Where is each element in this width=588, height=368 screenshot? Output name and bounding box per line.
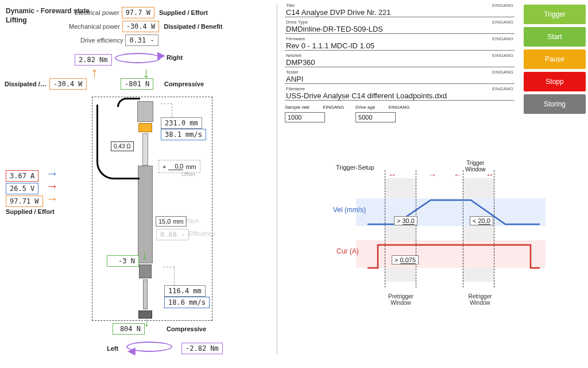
offset-label: Offset xyxy=(181,171,195,177)
arrow-up-orange: ↑ xyxy=(91,69,98,76)
tester-label: Tester xyxy=(286,70,513,75)
dissipated-label: Dissipated /… xyxy=(5,80,47,87)
type-value[interactable]: DMDinline-DR-TED-509-LDS xyxy=(286,25,513,33)
form-row-title[interactable]: Titel EINGANG C14 Analyse DVP Drive Nr. … xyxy=(285,2,514,17)
dir-left: Left xyxy=(107,345,118,352)
dir-right: Right xyxy=(167,54,183,61)
tester-tag: EINGANG xyxy=(492,70,513,75)
actuator-segment xyxy=(139,264,152,278)
force-top: -801 N xyxy=(121,78,153,90)
arrow-force-mid: ↓ xyxy=(141,252,148,259)
button-column: Trigger Start Pause Stopp Storing xyxy=(524,5,586,117)
form-row-type[interactable]: Drive Type EINGANG DMDinline-DR-TED-509-… xyxy=(285,19,514,34)
file-label: Filename xyxy=(286,86,513,91)
elec-power-desc: Supplied / Effort xyxy=(159,9,208,16)
actuator-rod-upper xyxy=(142,133,148,166)
trigger-button[interactable]: Trigger xyxy=(524,5,586,24)
vel-label: Vel (mm/s) xyxy=(333,206,366,214)
vel1-value: 38.1 mm/s xyxy=(161,129,206,140)
eff2-value: 0.68 - xyxy=(156,229,189,240)
title-label: Titel xyxy=(286,3,513,8)
drive-eff-label: Drive efficiency xyxy=(80,37,123,44)
torque-bot: -2.82 Nm xyxy=(181,343,223,354)
supplied-label: Supplied / Effort xyxy=(6,208,55,215)
force-bot: 804 N xyxy=(113,323,145,335)
form-row-tester[interactable]: Tester EINGANG ANPI xyxy=(285,69,514,84)
cable-top-icon xyxy=(117,98,140,107)
tester-value[interactable]: ANPI xyxy=(286,75,513,83)
mech-power-value: -30.4 W xyxy=(122,21,160,32)
drive-age-value[interactable]: 5000 xyxy=(355,112,396,122)
vel2-value: 18.6 mm/s xyxy=(164,297,210,308)
vel-gt-box[interactable]: > 30,0 xyxy=(394,216,417,225)
arrow-force-bot: ↓ xyxy=(144,319,150,325)
gt-sign: > xyxy=(397,217,400,224)
file-value[interactable]: USS-Drive Analyse C14 different Loadpoin… xyxy=(286,91,513,100)
actuator-rod-lower xyxy=(143,279,148,309)
start-button[interactable]: Start xyxy=(524,27,586,47)
vel-lt-value[interactable]: 20,0 xyxy=(478,217,490,225)
trigger-window-label: Trigger Window xyxy=(465,160,486,172)
psu-label: Netzteil xyxy=(286,53,513,58)
pretrigger-label: Pretrigger Window xyxy=(384,293,418,306)
drive-age-group: Drive age EINGANG 5000 xyxy=(355,103,409,122)
actuator-collar xyxy=(138,123,152,132)
psu-tag: EINGANG xyxy=(492,53,513,58)
cur-gt-value[interactable]: 0,075 xyxy=(400,256,416,264)
elec-power-value: 97.7 W xyxy=(122,7,154,18)
stop-button[interactable]: Stopp xyxy=(524,72,586,91)
form-row-file[interactable]: Filename EINGANG USS-Drive Analyse C14 d… xyxy=(285,86,514,101)
offset-value[interactable]: 0,0 xyxy=(168,163,183,170)
form-row-firmware[interactable]: Firmware EINGANG Rev 0 - 1.1.1 MDC-ID 1.… xyxy=(285,36,514,51)
state-subtitle: Lifting xyxy=(6,16,27,24)
sample-rate-value[interactable]: 1000 xyxy=(285,112,325,122)
cur-label: Cur (A) xyxy=(336,247,359,255)
type-label: Drive Type xyxy=(286,20,513,25)
input-voltage: 26.5 V xyxy=(6,183,38,194)
retrigger-label: Retrigger Window xyxy=(463,293,497,306)
dissipated-value: -30.4 W xyxy=(49,78,87,90)
offset-unit: mm xyxy=(185,163,196,170)
pitch-unit: mm xyxy=(173,218,183,225)
store-button[interactable]: Storing xyxy=(524,94,586,114)
age-tag: EINGANG xyxy=(388,105,409,110)
fw-label: Firmware xyxy=(286,36,513,41)
pos2-value: 116.4 mm xyxy=(164,285,206,297)
psu-value[interactable]: DMP360 xyxy=(286,58,513,67)
arrow-current: → xyxy=(46,170,59,177)
vel-lt-box[interactable]: < 20,0 xyxy=(470,216,493,225)
offset-plus: + xyxy=(163,163,166,170)
pitch-value[interactable]: 15,0 xyxy=(158,218,171,225)
vel-gt-value[interactable]: 30,0 xyxy=(403,217,415,225)
title-value[interactable]: C14 Analyse DVP Drive Nr. 221 xyxy=(286,8,513,17)
gt-sign-2: > xyxy=(394,256,398,263)
red-arrow-2: → xyxy=(428,170,436,179)
pitch-group: 15,0 mm xyxy=(156,216,187,227)
form-area: Titel EINGANG C14 Analyse DVP Drive Nr. … xyxy=(285,2,514,122)
compressive-top: Compressive xyxy=(164,80,204,87)
resistance-value: 0,43 Ω xyxy=(111,141,134,151)
arrow-rot-bot: ◀ xyxy=(127,347,136,354)
red-arrow-3: ← xyxy=(454,170,462,179)
elec-power-label: Electrical power xyxy=(75,9,119,16)
drive-eff-value: 0.31 - xyxy=(125,34,158,46)
arrow-voltage: → xyxy=(46,183,59,190)
sr-tag: EINGANG xyxy=(323,105,344,110)
mech-power-label: Mechanical power xyxy=(69,23,120,30)
sr-label: Sample rate xyxy=(285,105,310,110)
arrow-down-green: ↓ xyxy=(142,69,150,76)
cur-gt-box[interactable]: > 0,075 xyxy=(392,255,419,264)
panel-divider xyxy=(277,5,277,354)
fw-tag: EINGANG xyxy=(492,36,513,41)
pause-button[interactable]: Pause xyxy=(524,49,586,69)
lt-sign: < xyxy=(473,217,476,224)
fw-value[interactable]: Rev 0 - 1.1.1 MDC-ID 1.05 xyxy=(286,41,513,50)
type-tag: EINGANG xyxy=(492,20,513,25)
rotation-top-icon xyxy=(115,53,161,63)
title-tag: EINGANG xyxy=(492,3,513,8)
form-row-psu[interactable]: Netzteil EINGANG DMP360 xyxy=(285,52,514,67)
input-current: 3.67 A xyxy=(6,170,38,182)
eff2-label: Efficiency xyxy=(188,230,215,237)
arrow-rot-top: ▶ xyxy=(157,52,165,59)
compressive-bot: Compressive xyxy=(167,325,206,332)
